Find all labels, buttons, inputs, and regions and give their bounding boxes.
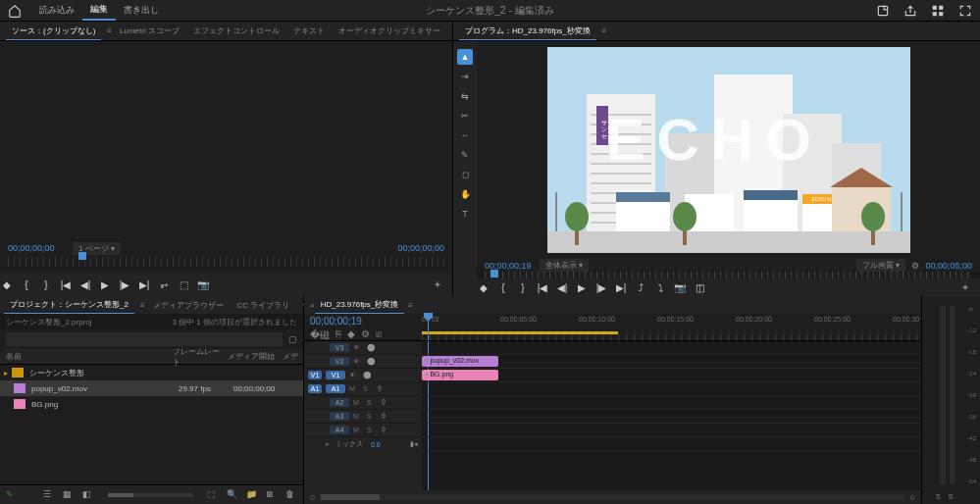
delete-icon[interactable]: 🗑: [285, 489, 297, 501]
workspace-tab-edit[interactable]: 編集: [82, 0, 116, 21]
panel-menu-icon[interactable]: ≡: [408, 301, 413, 310]
sync-lock-icon[interactable]: ⚪: [367, 358, 377, 366]
voice-over-icon[interactable]: 🎙: [381, 413, 390, 420]
project-tab-cclib[interactable]: CC ライブラリ: [232, 297, 296, 314]
settings-icon[interactable]: ⚙: [911, 261, 919, 271]
step-back-icon[interactable]: ◀|: [555, 280, 569, 294]
project-tab-project[interactable]: プロジェクト：シーケンス整形_2: [4, 296, 134, 314]
insert-icon[interactable]: ⥅: [157, 277, 171, 291]
mute-icon[interactable]: M: [353, 427, 363, 433]
solo-right-icon[interactable]: S: [949, 493, 954, 500]
freeform-view-icon[interactable]: ◧: [82, 489, 94, 501]
export-frame-icon[interactable]: 📷: [196, 277, 210, 291]
ripple-edit-tool-icon[interactable]: ⇆: [457, 88, 473, 104]
track-a3-header[interactable]: A3: [330, 412, 349, 421]
toggle-output-icon[interactable]: 👁: [349, 372, 359, 378]
track-select-tool-icon[interactable]: ⇥: [457, 69, 473, 84]
panel-menu-icon[interactable]: ≡: [602, 26, 607, 35]
mute-icon[interactable]: M: [349, 385, 359, 392]
project-row-bin[interactable]: ▸ シーケンス整形: [0, 365, 303, 380]
home-icon[interactable]: [8, 4, 22, 18]
timeline-zoom-slider[interactable]: [321, 494, 903, 500]
project-row-mov[interactable]: popup_v02.mov 29.97 fps 00;00;00;00: [0, 380, 303, 396]
voice-over-icon[interactable]: 🎙: [381, 399, 390, 406]
mute-icon[interactable]: M: [353, 413, 363, 420]
mark-out-icon[interactable]: }: [516, 280, 530, 294]
caption-track-icon[interactable]: ⎚: [376, 328, 382, 342]
quick-export-icon[interactable]: [876, 4, 890, 18]
program-playhead[interactable]: [490, 270, 498, 277]
source-scrubber[interactable]: [8, 257, 444, 267]
timeline-settings-icon[interactable]: ⚙: [361, 328, 370, 342]
extract-icon[interactable]: ⤵: [653, 280, 667, 294]
pen-tool-icon[interactable]: ✎: [457, 147, 473, 163]
source-tab-lumetri[interactable]: Lumetri スコープ: [114, 23, 185, 39]
mute-icon[interactable]: M: [353, 399, 363, 406]
automate-icon[interactable]: ⬚: [207, 489, 219, 501]
project-tab-mediabrowser[interactable]: メディアブラウザー: [147, 297, 230, 314]
lift-icon[interactable]: ⤴: [634, 280, 647, 294]
timeline-timecode[interactable]: 00;00;00;19: [310, 316, 416, 327]
rectangle-tool-icon[interactable]: ◻: [457, 167, 473, 182]
source-tab-effectcontrols[interactable]: エフェクトコントロール: [187, 23, 285, 39]
find-icon[interactable]: 🔍: [227, 489, 238, 501]
timeline-playhead[interactable]: [428, 314, 429, 340]
track-v3-header[interactable]: V3: [330, 343, 349, 352]
play-icon[interactable]: ▶: [575, 280, 589, 294]
track-a4-header[interactable]: A4: [330, 426, 349, 434]
new-item-icon[interactable]: 🗎: [266, 489, 278, 501]
overwrite-icon[interactable]: ⬚: [177, 277, 190, 291]
project-search-input[interactable]: [6, 332, 283, 346]
track-area[interactable]: ▪ popup_v02.mov ▪ BG.png: [422, 341, 921, 490]
add-marker-icon[interactable]: ◆: [0, 277, 14, 291]
timeline-zoom-out-icon[interactable]: ○: [310, 492, 315, 502]
razor-tool-icon[interactable]: ✂: [457, 108, 473, 124]
workspace-tab-export[interactable]: 書き出し: [116, 1, 167, 20]
type-tool-icon[interactable]: T: [457, 206, 473, 222]
fullscreen-icon[interactable]: [958, 4, 972, 18]
export-frame-icon[interactable]: 📷: [673, 280, 687, 294]
timeline-zoom-in-icon[interactable]: ○: [910, 492, 915, 502]
solo-icon[interactable]: S: [367, 427, 377, 433]
step-forward-icon[interactable]: |▶: [594, 280, 608, 294]
sync-lock-icon[interactable]: ⚪: [367, 344, 377, 352]
mark-in-icon[interactable]: {: [496, 280, 510, 294]
mark-in-icon[interactable]: {: [20, 277, 33, 291]
panel-menu-icon[interactable]: ≡: [107, 26, 112, 35]
panel-menu-icon[interactable]: ≡: [140, 301, 145, 310]
play-icon[interactable]: ▶: [98, 277, 112, 291]
workspace-tab-import[interactable]: 読み込み: [31, 1, 82, 20]
track-a1-header[interactable]: A1: [326, 384, 345, 393]
program-timecode-left[interactable]: 00;00;00;19: [485, 261, 532, 271]
timeline-ruler[interactable]: 00:00 00:00:05:00 00:00:10:00 00:00:15:0…: [422, 314, 921, 340]
hand-tool-icon[interactable]: ✋: [457, 186, 473, 202]
share-icon[interactable]: [903, 4, 917, 18]
comparison-view-icon[interactable]: ◫: [693, 280, 706, 294]
track-a2-header[interactable]: A2: [330, 398, 349, 407]
program-tab[interactable]: プログラム：HD_23.976fps_秒変換: [459, 23, 596, 40]
voice-over-icon[interactable]: 🎙: [377, 385, 387, 392]
add-marker-icon[interactable]: ◆: [477, 280, 490, 294]
clip-popup-mov[interactable]: ▪ popup_v02.mov: [422, 356, 498, 367]
voice-over-icon[interactable]: 🎙: [381, 427, 390, 433]
go-to-in-icon[interactable]: |◀: [536, 280, 549, 294]
step-back-icon[interactable]: ◀|: [78, 277, 92, 291]
workspace-menu-icon[interactable]: [931, 4, 945, 18]
project-columns[interactable]: 名前 フレームレート メディア開始 メデ: [0, 349, 303, 365]
source-tab-noclip[interactable]: ソース：(クリップなし): [6, 23, 101, 40]
quality-dropdown[interactable]: フル画質 ▾: [856, 259, 905, 272]
rw-toggle-icon[interactable]: ✎: [6, 489, 18, 501]
new-bin-icon[interactable]: 📁: [246, 489, 258, 501]
source-playhead[interactable]: [78, 252, 86, 260]
icon-view-icon[interactable]: ▦: [63, 489, 75, 501]
button-editor-icon[interactable]: ＋: [431, 277, 444, 291]
slip-tool-icon[interactable]: ↔: [457, 127, 473, 143]
program-monitor[interactable]: ECHO MART サンセ ECHO: [477, 41, 980, 259]
source-tab-audiomixer[interactable]: オーディオクリップミキサー: [333, 23, 446, 39]
program-scrubber[interactable]: [485, 272, 972, 278]
linked-selection-icon[interactable]: ⎘: [335, 328, 341, 342]
go-to-out-icon[interactable]: ▶|: [614, 280, 628, 294]
timeline-tab-sequence[interactable]: HD_23.976fps_秒変換: [315, 296, 405, 314]
project-row-png[interactable]: BG.png: [0, 396, 303, 412]
track-v1-header[interactable]: V1: [326, 371, 345, 379]
